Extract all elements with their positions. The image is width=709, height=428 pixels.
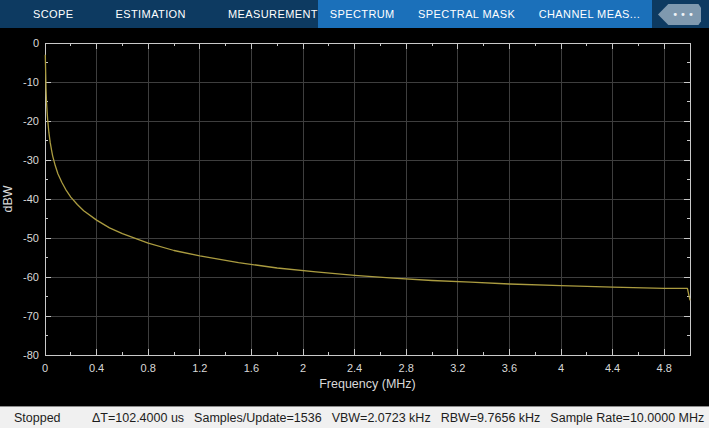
tab-scope[interactable]: SCOPE <box>12 0 95 28</box>
svg-text:3.6: 3.6 <box>502 362 517 374</box>
svg-text:dBW: dBW <box>1 185 15 212</box>
status-rbw: RBW=9.7656 kHz <box>441 411 541 425</box>
svg-text:4.8: 4.8 <box>657 362 672 374</box>
tab-estimation[interactable]: ESTIMATION <box>95 0 207 28</box>
spectrum-plot-panel: 00.40.81.21.622.42.83.23.644.44.80-10-20… <box>0 28 709 406</box>
svg-text:-40: -40 <box>23 193 39 205</box>
svg-text:0: 0 <box>33 37 39 49</box>
status-delta-t: ΔT=102.4000 us <box>92 411 184 425</box>
tab-channel-measurements[interactable]: CHANNEL MEAS... <box>529 0 651 28</box>
svg-text:0: 0 <box>42 362 48 374</box>
svg-text:4: 4 <box>558 362 564 374</box>
toolstrip: SCOPE ESTIMATION MEASUREMENTS SPECTRUM S… <box>0 0 709 28</box>
svg-text:-70: -70 <box>23 310 39 322</box>
status-state: Stopped <box>14 411 82 425</box>
svg-text:0.4: 0.4 <box>89 362 104 374</box>
svg-text:1.6: 1.6 <box>244 362 259 374</box>
tab-spectrum[interactable]: SPECTRUM <box>320 0 405 28</box>
tab-spectral-mask[interactable]: SPECTRAL MASK <box>408 0 525 28</box>
status-samples-per-update: Samples/Update=1536 <box>194 411 322 425</box>
svg-text:0.8: 0.8 <box>141 362 156 374</box>
svg-text:2: 2 <box>300 362 306 374</box>
svg-text:Frequency (MHz): Frequency (MHz) <box>319 377 416 391</box>
svg-text:-50: -50 <box>23 232 39 244</box>
svg-text:3.2: 3.2 <box>450 362 465 374</box>
svg-text:1.2: 1.2 <box>192 362 207 374</box>
svg-text:2.4: 2.4 <box>347 362 362 374</box>
status-vbw: VBW=2.0723 kHz <box>332 411 431 425</box>
toolstrip-main-tabs: SCOPE ESTIMATION MEASUREMENTS <box>12 0 347 28</box>
spectrum-plot: 00.40.81.21.622.42.83.23.644.44.80-10-20… <box>0 28 709 406</box>
status-bar: Stopped ΔT=102.4000 us Samples/Update=15… <box>0 406 709 428</box>
svg-text:4.4: 4.4 <box>605 362 620 374</box>
svg-text:-30: -30 <box>23 154 39 166</box>
status-sample-rate: Sample Rate=10.0000 MHz <box>550 411 704 425</box>
svg-text:-10: -10 <box>23 76 39 88</box>
svg-text:-60: -60 <box>23 271 39 283</box>
svg-text:-80: -80 <box>23 349 39 361</box>
ellipsis-icon: ••• <box>663 10 696 20</box>
toolstrip-context-tabs: SPECTRUM SPECTRAL MASK CHANNEL MEAS... <box>318 0 652 28</box>
svg-text:2.8: 2.8 <box>399 362 414 374</box>
svg-text:-20: -20 <box>23 115 39 127</box>
spectrum-analyzer-window: SCOPE ESTIMATION MEASUREMENTS SPECTRUM S… <box>0 0 709 428</box>
toolstrip-collapse-button[interactable]: ••• <box>658 4 701 25</box>
